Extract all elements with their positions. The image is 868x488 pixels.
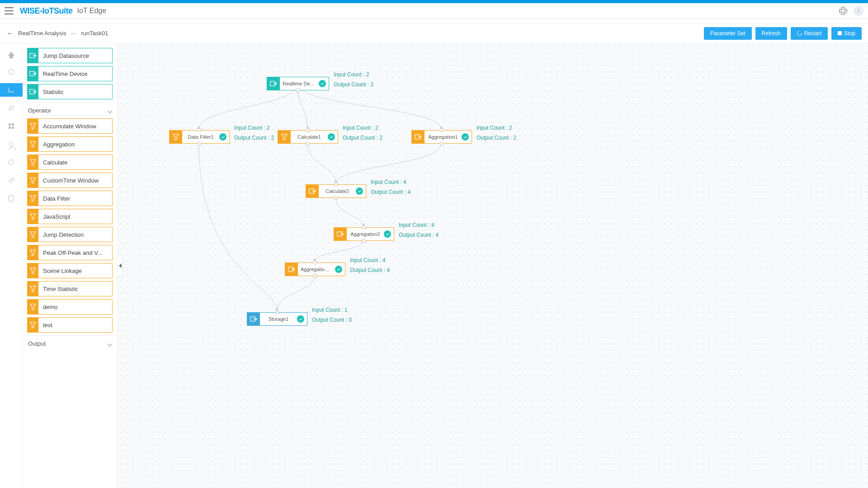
filter-icon <box>170 131 182 143</box>
status-ok-icon <box>219 133 226 141</box>
status-ok-icon <box>384 230 391 238</box>
filter-icon <box>28 227 38 242</box>
nav-doc[interactable] <box>0 192 23 205</box>
filter-icon <box>28 282 38 296</box>
palette-operator-item[interactable]: Jump Detection <box>27 227 113 242</box>
node-calculate2[interactable]: Calculate2 <box>306 184 366 198</box>
flow-canvas[interactable]: Realtime Device1 Input Count : 2Output C… <box>118 43 868 488</box>
nav-link[interactable] <box>0 101 23 115</box>
palette-operator-item[interactable]: CustomTime Window <box>27 173 113 188</box>
node-aggregation1[interactable]: Aggregation1 <box>411 130 472 144</box>
filter-icon <box>28 263 38 278</box>
brand-logo: WISE-IoTSuite <box>20 6 73 16</box>
nav-link2[interactable] <box>0 174 23 187</box>
link-icon <box>8 105 14 111</box>
source-icon <box>412 131 425 143</box>
status-ok-icon <box>356 188 363 195</box>
palette-collapse-button[interactable] <box>118 254 123 277</box>
chevron-down-icon <box>107 341 112 346</box>
palette-operator-item[interactable]: test <box>27 317 113 333</box>
chevron-down-icon <box>107 108 112 113</box>
node-palette: Jump DatasourceRealTime DeviceStatistic … <box>23 43 118 488</box>
breadcrumb-task: runTask01 <box>81 30 108 37</box>
link-icon <box>8 178 14 183</box>
status-ok-icon <box>297 315 304 323</box>
status-ok-icon <box>319 80 326 87</box>
breadcrumb-section[interactable]: RealTime Analysis <box>18 30 66 37</box>
output-icon <box>247 313 260 325</box>
filter-icon <box>28 191 38 206</box>
palette-source-item[interactable]: Jump Datasource <box>27 48 113 63</box>
source-icon <box>334 228 347 240</box>
nav-grid[interactable] <box>0 119 23 133</box>
stop-icon <box>838 31 842 35</box>
node-aggregation3[interactable]: Aggregation3-mo... <box>285 263 345 276</box>
nav-settings[interactable] <box>0 65 23 79</box>
restart-button[interactable]: Restart <box>791 27 828 40</box>
source-icon <box>267 77 280 90</box>
status-ok-icon <box>335 266 342 273</box>
palette-operator-item[interactable]: Peak Off-Peak and V... <box>27 245 113 260</box>
filter-icon <box>28 245 38 260</box>
gear-icon <box>9 160 14 165</box>
palette-operator-item[interactable]: Time Statistic <box>27 281 113 296</box>
palette-operator-item[interactable]: Calculate <box>27 155 113 170</box>
filter-icon <box>28 155 38 169</box>
toolbar: ← RealTime Analysis --- runTask01 Parame… <box>0 23 868 43</box>
filter-icon <box>28 173 38 188</box>
source-icon <box>28 66 38 81</box>
filter-icon <box>28 137 38 151</box>
palette-operator-item[interactable]: Accumulate Window <box>27 118 113 134</box>
palette-operator-item[interactable]: demo <box>27 299 113 314</box>
filter-icon <box>28 318 38 332</box>
palette-operator-item[interactable]: JavaScript <box>27 209 113 224</box>
palette-operator-item[interactable]: Data Filter <box>27 191 113 206</box>
nav-config[interactable] <box>0 155 23 169</box>
source-icon <box>28 84 38 99</box>
node-data-filter[interactable]: Data Filter1 <box>169 130 230 144</box>
filter-icon <box>28 209 38 224</box>
source-icon <box>28 48 38 63</box>
user-avatar[interactable]: I <box>854 6 863 16</box>
doc-icon <box>9 195 14 202</box>
stop-button[interactable]: Stop <box>831 27 862 40</box>
source-icon <box>306 185 319 197</box>
node-aggregation2[interactable]: Aggregation2 <box>334 227 394 241</box>
restart-icon <box>796 30 803 37</box>
nav-user[interactable] <box>0 137 23 151</box>
home-icon <box>8 52 14 56</box>
status-ok-icon <box>462 133 469 141</box>
filter-icon <box>28 119 38 133</box>
product-name: IoT Edge <box>77 7 107 15</box>
language-icon[interactable] <box>839 7 847 15</box>
user-icon <box>9 142 14 146</box>
nav-analysis[interactable] <box>0 83 23 97</box>
node-realtime-device[interactable]: Realtime Device1 <box>267 77 329 90</box>
node-calculate1[interactable]: Calculate1 <box>278 130 338 144</box>
side-nav <box>0 43 23 488</box>
filter-icon <box>278 131 291 143</box>
source-icon <box>285 263 298 276</box>
output-section-header[interactable]: Output <box>23 335 117 352</box>
node-storage[interactable]: Storage1 <box>247 312 307 326</box>
palette-source-item[interactable]: Statistic <box>27 84 113 99</box>
refresh-button[interactable]: Refresh <box>755 27 787 40</box>
operator-section-header[interactable]: Operator <box>23 102 117 118</box>
menu-toggle[interactable] <box>5 6 14 15</box>
app-header: WISE-IoTSuite IoT Edge I <box>0 3 868 19</box>
palette-source-item[interactable]: RealTime Device <box>27 66 113 81</box>
gear-icon <box>9 69 14 75</box>
palette-operator-item[interactable]: Scene Linkage <box>27 263 113 278</box>
chart-icon <box>9 88 14 92</box>
parameter-set-button[interactable]: Parameter Set <box>704 27 751 40</box>
back-button[interactable]: ← <box>6 29 14 38</box>
grid-icon <box>9 123 14 129</box>
status-ok-icon <box>328 133 335 141</box>
filter-icon <box>28 300 38 314</box>
palette-operator-item[interactable]: Aggregation <box>27 136 113 152</box>
nav-home[interactable] <box>0 47 23 61</box>
